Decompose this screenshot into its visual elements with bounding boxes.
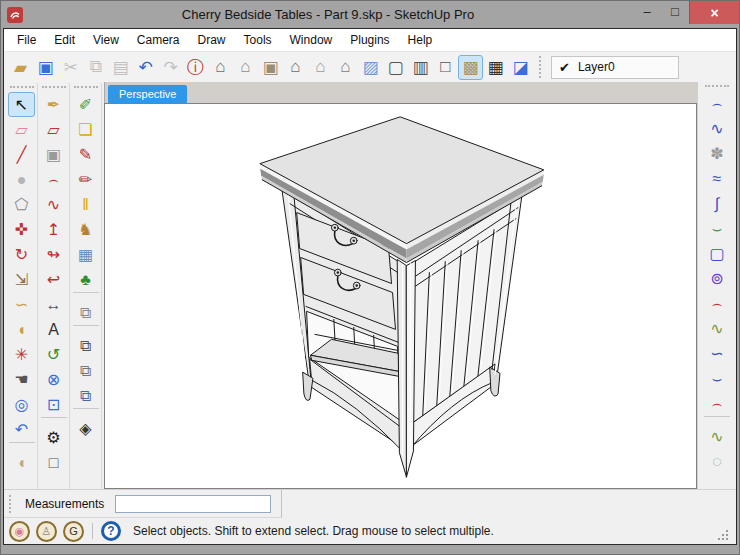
bezier-dotted-circle-tool[interactable]: ◌ — [704, 449, 731, 474]
corner-tool[interactable]: ❏ — [72, 117, 99, 142]
drag-handle[interactable] — [9, 495, 14, 513]
dashed-line-tool[interactable]: ✐ — [72, 92, 99, 117]
measurements-input[interactable] — [115, 495, 271, 513]
contour-shell-tool[interactable]: ◖ — [8, 450, 35, 475]
bezier-wave-tool[interactable]: ≈ — [704, 166, 731, 191]
box-tool[interactable]: ▣ — [40, 142, 67, 167]
scale-tool[interactable]: ⇲ — [8, 267, 35, 292]
menu-edit[interactable]: Edit — [45, 30, 84, 50]
settings-gear-tool[interactable]: ⚙ — [40, 425, 67, 450]
geolocation-icon[interactable]: ◉ — [9, 521, 30, 542]
help-icon[interactable]: ? — [101, 521, 121, 541]
top-view-button[interactable]: ⌂ — [233, 55, 258, 80]
bedside-table-model[interactable] — [260, 117, 544, 477]
menu-window[interactable]: Window — [281, 30, 342, 50]
text-tool[interactable]: A — [40, 317, 67, 342]
move-tool[interactable]: ✜ — [8, 217, 35, 242]
zoom-extents-tool[interactable]: ⊗ — [40, 367, 67, 392]
orbit-tool[interactable]: ↺ — [40, 342, 67, 367]
zoom-previous-tool[interactable]: ↶ — [8, 417, 35, 442]
zoom-tool[interactable]: ◎ — [8, 392, 35, 417]
drag-handle[interactable] — [42, 86, 66, 91]
clamp-tool[interactable]: ‖ — [72, 192, 99, 217]
line-tool[interactable]: ╱ — [8, 142, 35, 167]
select-tool[interactable]: ↖ — [8, 92, 35, 117]
cut-button[interactable]: ✂ — [58, 55, 83, 80]
paste-button[interactable]: ▤ — [108, 55, 133, 80]
tape-measure-tool[interactable]: ∽ — [8, 292, 35, 317]
bezier-arc-green-tool[interactable]: ⌣ — [704, 216, 731, 241]
shaded-textures-style-button[interactable]: ▦ — [483, 55, 508, 80]
axes-tool[interactable]: ✳ — [8, 342, 35, 367]
monochrome-style-button[interactable]: ◪ — [508, 55, 533, 80]
paint-bucket-tool[interactable]: ✒ — [40, 92, 67, 117]
tab-perspective[interactable]: Perspective — [108, 85, 187, 103]
offset-tool[interactable]: ↩ — [40, 267, 67, 292]
save-button[interactable]: ▣ — [33, 55, 58, 80]
menu-plugins[interactable]: Plugins — [341, 30, 398, 50]
resize-grip[interactable] — [717, 529, 729, 541]
google-icon[interactable]: G — [63, 521, 84, 542]
drag-handle[interactable] — [74, 86, 98, 91]
menu-view[interactable]: View — [84, 30, 128, 50]
back-view-button[interactable]: ⌂ — [308, 55, 333, 80]
close-button[interactable]: × — [689, 1, 739, 24]
iso-view-button[interactable]: ⌂ — [208, 55, 233, 80]
front-view-button[interactable]: ⌂ — [283, 55, 308, 80]
rotate-tool[interactable]: ↻ — [8, 242, 35, 267]
bezier-c-arc-tool[interactable]: ⌢ — [704, 391, 731, 416]
dimension-tool[interactable]: ↔ — [40, 292, 67, 317]
menu-tools[interactable]: Tools — [235, 30, 281, 50]
left-view-button[interactable]: ⌂ — [333, 55, 358, 80]
xray-style-button[interactable]: ▨ — [358, 55, 383, 80]
tree-tool[interactable]: ♣ — [72, 267, 99, 292]
sandbox-animal-tool[interactable]: ♞ — [72, 217, 99, 242]
bezier-arc-tool[interactable]: ⌢ — [704, 91, 731, 116]
open-button[interactable]: ▰ — [8, 55, 33, 80]
redo-button[interactable]: ↷ — [158, 55, 183, 80]
polygon-tool[interactable]: ⬠ — [8, 192, 35, 217]
bezier-polyline2-tool[interactable]: ∿ — [704, 424, 731, 449]
eraser-tool[interactable]: ▱ — [8, 117, 35, 142]
shaded-style-button[interactable]: ▩ — [458, 55, 483, 80]
wireframe-style-button[interactable]: ▢ — [383, 55, 408, 80]
bezier-blob-tool[interactable]: ✽ — [704, 141, 731, 166]
bezier-zigzag-green-tool[interactable]: ∿ — [704, 316, 731, 341]
drag-handle[interactable] — [10, 86, 34, 91]
bezier-rounded-rect-tool[interactable]: ▢ — [704, 241, 731, 266]
hidden-line-style-button[interactable]: □ — [433, 55, 458, 80]
blank-page-tool[interactable]: □ — [40, 450, 67, 475]
layers-combobox[interactable]: ✔ Layer0 — [551, 56, 679, 79]
maximize-button[interactable]: □ — [661, 1, 689, 22]
menu-draw[interactable]: Draw — [189, 30, 235, 50]
drag-handle[interactable] — [705, 85, 729, 90]
menu-file[interactable]: File — [8, 30, 45, 50]
undo-button[interactable]: ↶ — [133, 55, 158, 80]
menu-help[interactable]: Help — [399, 30, 442, 50]
point-line-tool[interactable]: ✎ — [72, 142, 99, 167]
freehand-tool[interactable]: ∿ — [40, 192, 67, 217]
push-pull-tool[interactable]: ↥ — [40, 217, 67, 242]
pan-tool[interactable]: ☚ — [8, 367, 35, 392]
minimize-button[interactable]: – — [633, 1, 661, 22]
plan-stack-tool[interactable]: ⧉ — [72, 358, 99, 383]
bezier-hook-tool[interactable]: ∽ — [704, 341, 731, 366]
bezier-arc-blue-tool[interactable]: ⌣ — [704, 366, 731, 391]
sandbox-grid-tool[interactable]: ▦ — [72, 242, 99, 267]
component-view-button[interactable]: ▣ — [258, 55, 283, 80]
follow-me-tool[interactable]: ↬ — [40, 242, 67, 267]
arc-tool[interactable]: ⌢ — [40, 167, 67, 192]
model-info-button[interactable]: ⓘ — [183, 55, 208, 80]
back-edges-style-button[interactable]: ▥ — [408, 55, 433, 80]
layer-stack-tool[interactable]: ⧉ — [72, 383, 99, 408]
bezier-polyline-tool[interactable]: ∿ — [704, 116, 731, 141]
compass-tool[interactable]: ◈ — [72, 416, 99, 441]
circle-tool[interactable]: ● — [8, 167, 35, 192]
protractor-tool[interactable]: ◖ — [8, 317, 35, 342]
bezier-spiral-tool[interactable]: ⊚ — [704, 266, 731, 291]
copy-button[interactable]: ⧉ — [83, 55, 108, 80]
model-viewport[interactable] — [104, 103, 697, 489]
rectangle-tool[interactable]: ▱ — [40, 117, 67, 142]
credits-icon[interactable]: ♙ — [36, 521, 57, 542]
menu-camera[interactable]: Camera — [128, 30, 189, 50]
